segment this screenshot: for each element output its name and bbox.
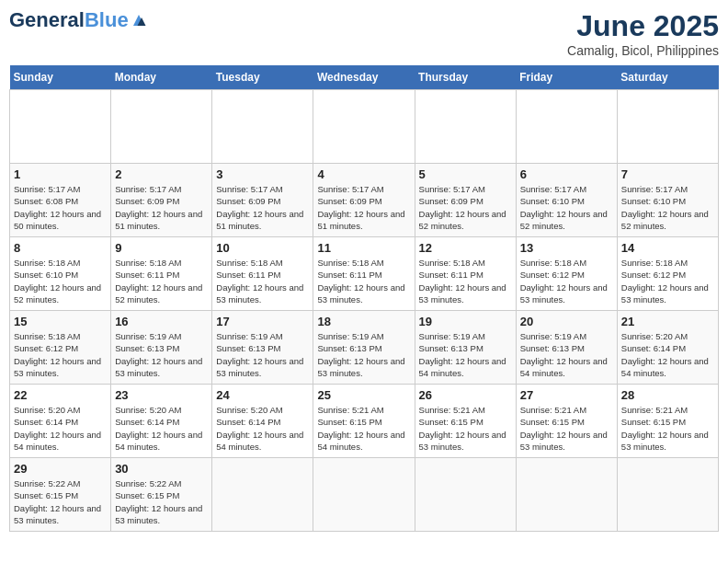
day-number: 30 (115, 462, 208, 476)
day-info: Sunrise: 5:18 AMSunset: 6:10 PMDaylight:… (14, 257, 107, 305)
empty-cell (111, 90, 212, 164)
day-number: 20 (520, 315, 613, 328)
empty-cell (617, 458, 718, 532)
location: Camalig, Bicol, Philippines (567, 43, 719, 58)
week-row-4: 15 Sunrise: 5:18 AMSunset: 6:12 PMDaylig… (10, 311, 719, 385)
day-cell-16: 16 Sunrise: 5:19 AMSunset: 6:13 PMDaylig… (111, 311, 212, 385)
day-cell-12: 12 Sunrise: 5:18 AMSunset: 6:11 PMDaylig… (415, 237, 516, 311)
day-info: Sunrise: 5:18 AMSunset: 6:12 PMDaylight:… (520, 257, 613, 305)
day-info: Sunrise: 5:18 AMSunset: 6:12 PMDaylight:… (14, 330, 107, 379)
day-info: Sunrise: 5:21 AMSunset: 6:15 PMDaylight:… (419, 404, 512, 453)
day-cell-15: 15 Sunrise: 5:18 AMSunset: 6:12 PMDaylig… (10, 311, 111, 385)
day-number: 29 (14, 462, 107, 476)
day-info: Sunrise: 5:19 AMSunset: 6:13 PMDaylight:… (419, 330, 512, 379)
day-info: Sunrise: 5:19 AMSunset: 6:13 PMDaylight:… (216, 330, 309, 379)
logo: GeneralBlue (9, 9, 147, 31)
empty-cell (415, 458, 516, 532)
month-title: June 2025 (567, 9, 719, 43)
day-info: Sunrise: 5:18 AMSunset: 6:12 PMDaylight:… (621, 257, 714, 305)
day-info: Sunrise: 5:20 AMSunset: 6:14 PMDaylight:… (115, 404, 208, 453)
logo-icon (131, 12, 147, 29)
empty-cell (516, 458, 617, 532)
day-cell-28: 28 Sunrise: 5:21 AMSunset: 6:15 PMDaylig… (617, 385, 718, 458)
day-info: Sunrise: 5:22 AMSunset: 6:15 PMDaylight:… (14, 477, 107, 526)
week-row-3: 8 Sunrise: 5:18 AMSunset: 6:10 PMDayligh… (10, 237, 719, 311)
day-number: 23 (115, 388, 208, 402)
day-cell-23: 23 Sunrise: 5:20 AMSunset: 6:14 PMDaylig… (111, 385, 212, 458)
day-info: Sunrise: 5:21 AMSunset: 6:15 PMDaylight:… (317, 404, 410, 453)
day-cell-2: 2 Sunrise: 5:17 AMSunset: 6:09 PMDayligh… (111, 164, 212, 237)
empty-cell (313, 90, 415, 164)
day-info: Sunrise: 5:17 AMSunset: 6:10 PMDaylight:… (621, 183, 714, 232)
day-number: 12 (419, 241, 512, 255)
day-number: 16 (115, 315, 208, 328)
day-cell-5: 5 Sunrise: 5:17 AMSunset: 6:09 PMDayligh… (415, 164, 516, 237)
day-number: 15 (14, 315, 107, 328)
day-cell-27: 27 Sunrise: 5:21 AMSunset: 6:15 PMDaylig… (516, 385, 617, 458)
day-number: 17 (216, 315, 309, 328)
day-cell-21: 21 Sunrise: 5:20 AMSunset: 6:14 PMDaylig… (617, 311, 718, 385)
day-number: 21 (621, 315, 714, 328)
day-info: Sunrise: 5:17 AMSunset: 6:09 PMDaylight:… (115, 183, 208, 232)
header-wednesday: Wednesday (313, 65, 415, 90)
day-cell-25: 25 Sunrise: 5:21 AMSunset: 6:15 PMDaylig… (313, 385, 415, 458)
day-number: 14 (621, 241, 714, 255)
header-friday: Friday (516, 65, 617, 90)
empty-cell (617, 90, 718, 164)
day-info: Sunrise: 5:18 AMSunset: 6:11 PMDaylight:… (216, 257, 309, 305)
day-info: Sunrise: 5:21 AMSunset: 6:15 PMDaylight:… (520, 404, 613, 453)
day-cell-8: 8 Sunrise: 5:18 AMSunset: 6:10 PMDayligh… (10, 237, 111, 311)
day-info: Sunrise: 5:17 AMSunset: 6:09 PMDaylight:… (216, 183, 309, 232)
empty-cell (313, 458, 415, 532)
day-number: 24 (216, 388, 309, 402)
day-cell-14: 14 Sunrise: 5:18 AMSunset: 6:12 PMDaylig… (617, 237, 718, 311)
day-info: Sunrise: 5:19 AMSunset: 6:13 PMDaylight:… (520, 330, 613, 379)
day-info: Sunrise: 5:18 AMSunset: 6:11 PMDaylight:… (419, 257, 512, 305)
empty-cell (10, 90, 111, 164)
day-cell-17: 17 Sunrise: 5:19 AMSunset: 6:13 PMDaylig… (212, 311, 313, 385)
page-header: GeneralBlue June 2025 Camalig, Bicol, Ph… (9, 9, 719, 58)
day-cell-30: 30 Sunrise: 5:22 AMSunset: 6:15 PMDaylig… (111, 458, 212, 532)
day-number: 25 (317, 388, 410, 402)
header-thursday: Thursday (415, 65, 516, 90)
day-cell-13: 13 Sunrise: 5:18 AMSunset: 6:12 PMDaylig… (516, 237, 617, 311)
day-info: Sunrise: 5:19 AMSunset: 6:13 PMDaylight:… (317, 330, 410, 379)
week-row-2: 1 Sunrise: 5:17 AMSunset: 6:08 PMDayligh… (10, 164, 719, 237)
day-cell-19: 19 Sunrise: 5:19 AMSunset: 6:13 PMDaylig… (415, 311, 516, 385)
day-number: 1 (14, 167, 107, 181)
day-info: Sunrise: 5:18 AMSunset: 6:11 PMDaylight:… (115, 257, 208, 305)
day-number: 7 (621, 167, 714, 181)
day-info: Sunrise: 5:18 AMSunset: 6:11 PMDaylight:… (317, 257, 410, 305)
empty-cell (212, 458, 313, 532)
day-cell-4: 4 Sunrise: 5:17 AMSunset: 6:09 PMDayligh… (313, 164, 415, 237)
day-info: Sunrise: 5:21 AMSunset: 6:15 PMDaylight:… (621, 404, 714, 453)
day-number: 28 (621, 388, 714, 402)
empty-cell (516, 90, 617, 164)
day-number: 6 (520, 167, 613, 181)
day-number: 13 (520, 241, 613, 255)
week-row-6: 29 Sunrise: 5:22 AMSunset: 6:15 PMDaylig… (10, 458, 719, 532)
day-number: 26 (419, 388, 512, 402)
week-row-1 (10, 90, 719, 164)
day-info: Sunrise: 5:19 AMSunset: 6:13 PMDaylight:… (115, 330, 208, 379)
day-number: 4 (317, 167, 410, 181)
day-info: Sunrise: 5:17 AMSunset: 6:08 PMDaylight:… (14, 183, 107, 232)
day-cell-10: 10 Sunrise: 5:18 AMSunset: 6:11 PMDaylig… (212, 237, 313, 311)
empty-cell (415, 90, 516, 164)
calendar-table: Sunday Monday Tuesday Wednesday Thursday… (9, 65, 719, 532)
day-info: Sunrise: 5:20 AMSunset: 6:14 PMDaylight:… (14, 404, 107, 453)
empty-cell (212, 90, 313, 164)
day-cell-1: 1 Sunrise: 5:17 AMSunset: 6:08 PMDayligh… (10, 164, 111, 237)
day-number: 11 (317, 241, 410, 255)
day-number: 9 (115, 241, 208, 255)
day-cell-6: 6 Sunrise: 5:17 AMSunset: 6:10 PMDayligh… (516, 164, 617, 237)
header-sunday: Sunday (10, 65, 111, 90)
header-saturday: Saturday (617, 65, 718, 90)
week-row-5: 22 Sunrise: 5:20 AMSunset: 6:14 PMDaylig… (10, 385, 719, 458)
day-cell-18: 18 Sunrise: 5:19 AMSunset: 6:13 PMDaylig… (313, 311, 415, 385)
day-cell-20: 20 Sunrise: 5:19 AMSunset: 6:13 PMDaylig… (516, 311, 617, 385)
day-info: Sunrise: 5:20 AMSunset: 6:14 PMDaylight:… (621, 330, 714, 379)
title-area: June 2025 Camalig, Bicol, Philippines (567, 9, 719, 58)
day-cell-22: 22 Sunrise: 5:20 AMSunset: 6:14 PMDaylig… (10, 385, 111, 458)
day-number: 19 (419, 315, 512, 328)
